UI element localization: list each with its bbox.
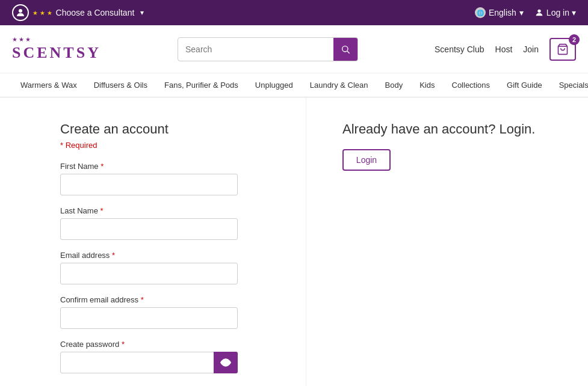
- email-field[interactable]: [60, 263, 238, 284]
- star-icon: ★: [12, 36, 17, 43]
- scentsy-club-link[interactable]: Scentsy Club: [435, 44, 484, 54]
- header: ★ ★ ★ SCENTSY Scentsy Club Host Join 2: [0, 25, 588, 73]
- search-bar: [178, 37, 358, 61]
- last-name-group: Last Name *: [60, 206, 270, 240]
- nav-item-fans[interactable]: Fans, Purifier & Pods: [156, 73, 247, 97]
- globe-icon: 🌐: [475, 7, 486, 18]
- search-icon: [341, 44, 350, 54]
- required-note: * Required: [60, 141, 270, 150]
- content: Create an account * Required First Name …: [0, 97, 588, 386]
- svg-point-1: [537, 10, 540, 13]
- email-label: Email address *: [60, 251, 270, 260]
- last-name-label: Last Name *: [60, 206, 270, 215]
- login-button[interactable]: Login: [342, 149, 391, 171]
- join-link[interactable]: Join: [523, 44, 539, 54]
- star-icon: ★: [19, 36, 24, 43]
- language-selector[interactable]: 🌐 English ▾: [475, 7, 524, 18]
- first-name-group: First Name *: [60, 162, 270, 195]
- top-bar-right: 🌐 English ▾ Log in ▾: [475, 7, 576, 18]
- chevron-down-icon: ▾: [140, 8, 144, 17]
- nav-item-gift-guide[interactable]: Gift Guide: [498, 73, 551, 97]
- nav-item-collections[interactable]: Collections: [444, 73, 499, 97]
- nav-item-body[interactable]: Body: [377, 73, 412, 97]
- page-title: Create an account: [60, 121, 270, 137]
- nav-item-laundry[interactable]: Laundry & Clean: [302, 73, 377, 97]
- chevron-down-icon: ▾: [519, 8, 524, 17]
- login-heading: Already have an account? Login.: [342, 121, 552, 137]
- password-wrap: [60, 352, 238, 373]
- cart-count: 2: [569, 34, 580, 45]
- consultant-stars: ★ ★ ★: [32, 10, 52, 16]
- cart-icon: [557, 43, 569, 55]
- email-group: Email address *: [60, 251, 270, 284]
- svg-point-2: [342, 46, 348, 51]
- login-label: Log in: [546, 8, 569, 17]
- password-group: Create password *: [60, 340, 270, 373]
- consultant-selector[interactable]: ★ ★ ★ Choose a Consultant ▾: [12, 4, 144, 21]
- svg-point-5: [224, 361, 227, 364]
- nav-item-kids[interactable]: Kids: [411, 73, 443, 97]
- cart-button[interactable]: 2: [549, 38, 576, 61]
- top-bar: ★ ★ ★ Choose a Consultant ▾ 🌐 English ▾ …: [0, 0, 588, 25]
- confirm-email-field[interactable]: [60, 307, 238, 329]
- host-link[interactable]: Host: [495, 44, 513, 54]
- first-name-field[interactable]: [60, 174, 238, 195]
- header-nav: Scentsy Club Host Join 2: [435, 38, 576, 61]
- confirm-email-group: Confirm email address *: [60, 295, 270, 329]
- create-account-panel: Create an account * Required First Name …: [0, 97, 306, 386]
- nav-item-warmers[interactable]: Warmers & Wax: [12, 73, 85, 97]
- first-name-label: First Name *: [60, 162, 270, 171]
- user-icon: [534, 8, 544, 17]
- password-label: Create password *: [60, 340, 270, 349]
- account-login[interactable]: Log in ▾: [534, 8, 576, 17]
- brand-name: SCENTSY: [12, 44, 101, 62]
- password-field[interactable]: [60, 352, 238, 373]
- logo[interactable]: ★ ★ ★ SCENTSY: [12, 36, 101, 62]
- nav-item-specials[interactable]: Specials: [551, 73, 588, 97]
- show-password-button[interactable]: [214, 352, 238, 373]
- last-name-field[interactable]: [60, 218, 238, 240]
- login-panel: Already have an account? Login. Login: [306, 97, 588, 386]
- search-input[interactable]: [178, 44, 333, 54]
- svg-line-3: [347, 51, 350, 54]
- nav-item-unplugged[interactable]: Unplugged: [247, 73, 302, 97]
- svg-point-0: [19, 9, 22, 13]
- chevron-down-icon: ▾: [572, 8, 576, 17]
- language-label: English: [489, 8, 516, 17]
- search-button[interactable]: [333, 37, 357, 61]
- star-icon: ★: [25, 36, 31, 43]
- eye-icon: [220, 357, 231, 368]
- nav-item-diffusers[interactable]: Diffusers & Oils: [85, 73, 156, 97]
- confirm-email-label: Confirm email address *: [60, 295, 270, 304]
- main-nav: Warmers & Wax Diffusers & Oils Fans, Pur…: [0, 73, 588, 97]
- consultant-label: Choose a Consultant: [56, 8, 135, 17]
- logo-stars: ★ ★ ★: [12, 36, 31, 43]
- consultant-icon: [12, 4, 29, 21]
